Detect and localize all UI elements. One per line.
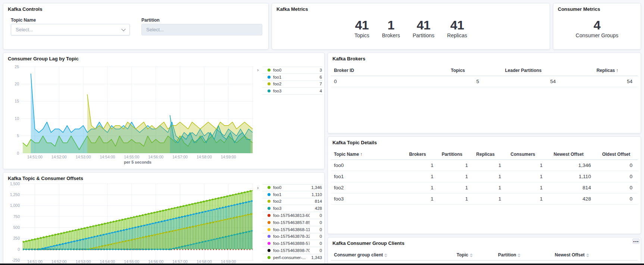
legend-item[interactable]: foo-1575463857-85...0 <box>262 219 323 226</box>
legend-expand-icon[interactable]: › <box>257 185 259 190</box>
kafka-metrics-panel: Kafka Metrics 41 Topics 1 Brokers 41 Par… <box>272 3 550 50</box>
consumer-clients-table: Consumer group client Topic Partition Ne… <box>331 249 638 265</box>
col-header-consumer-group-client[interactable]: Consumer group client <box>331 249 454 261</box>
metric-consumer-groups: 4 Consumer Groups <box>576 18 618 38</box>
col-header-broker-id[interactable]: Broker ID <box>331 65 408 76</box>
svg-text:250: 250 <box>13 236 20 240</box>
kafka-consumer-group-clients-panel: Kafka Consumer Group Clients ●●● Consume… <box>328 237 641 265</box>
col-header-newest-offset[interactable]: Newest Offset <box>552 249 638 261</box>
series-dot <box>268 89 271 92</box>
svg-text:14:58:00: 14:58:00 <box>197 155 212 159</box>
sort-carets-icon <box>384 253 387 257</box>
series-dot <box>268 193 271 196</box>
col-header-partitions[interactable]: Partitions <box>439 149 473 160</box>
brokers-table: Broker ID Topics Leader Partitions Repli… <box>331 65 638 87</box>
panel-title: Kafka Consumer Group Clients <box>332 240 404 246</box>
svg-text:14:56:00: 14:56:00 <box>148 155 163 159</box>
legend-item[interactable]: foo16 <box>262 74 323 81</box>
metric-topics: 41 Topics <box>354 18 369 38</box>
series-dot <box>268 76 271 79</box>
legend-item[interactable]: foo27 <box>262 81 323 88</box>
col-header-newest-offset[interactable]: Newest Offset <box>548 149 596 160</box>
series-dot <box>268 82 271 85</box>
sort-carets-icon <box>518 253 520 257</box>
consumer-metrics-panel: Consumer Metrics 4 Consumer Groups <box>553 3 641 50</box>
svg-text:14:53:00: 14:53:00 <box>76 155 91 159</box>
svg-text:10: 10 <box>15 116 19 121</box>
svg-text:20: 20 <box>15 82 19 86</box>
legend-item[interactable]: foo3428 <box>262 205 323 212</box>
col-header-topic-name[interactable]: Topic Name↑ <box>331 149 406 160</box>
legend-item[interactable]: foo-1575463898-70...0 <box>262 247 323 254</box>
lag-chart-panel: Consumer Group Lag by Topic 051015202514… <box>3 53 325 169</box>
legend-expand-icon[interactable]: › <box>257 67 259 73</box>
table-row: foo0 1 1 1 1 1,346 0 <box>331 160 638 171</box>
panel-title: Consumer Metrics <box>558 6 600 12</box>
svg-text:14:54:00: 14:54:00 <box>100 155 115 159</box>
series-dot <box>268 214 271 217</box>
kafka-topic-details-panel: Kafka Topic Details Topic Name↑ Brokers … <box>328 136 641 234</box>
legend-item[interactable]: foo11,110 <box>262 191 323 198</box>
svg-text:14:55:00: 14:55:00 <box>124 155 139 159</box>
series-dot <box>268 228 271 231</box>
partition-placeholder: Select... <box>146 27 257 32</box>
legend-item[interactable]: foo34 <box>262 88 323 95</box>
metric-partitions: 41 Partitions <box>413 18 434 38</box>
svg-text:per 5 seconds: per 5 seconds <box>124 160 151 164</box>
svg-text:14:57:00: 14:57:00 <box>172 155 188 159</box>
metric-row: 4 Consumer Groups <box>553 18 641 38</box>
legend-item[interactable]: foo-1575463888-57...0 <box>262 240 323 247</box>
offsets-chart-panel: Kafka Topic & Consumer Offsets -25002505… <box>3 172 325 265</box>
sort-carets-icon <box>470 253 473 257</box>
partition-label: Partition <box>141 18 160 23</box>
legend-item[interactable]: foo-1575463813-60...0 <box>262 212 323 219</box>
metric-brokers: 1 Brokers <box>382 18 400 38</box>
series-dot <box>268 256 271 259</box>
col-header-brokers[interactable]: Brokers <box>406 149 439 160</box>
svg-text:15: 15 <box>15 99 19 103</box>
series-dot <box>268 221 271 224</box>
series-dot <box>268 200 271 203</box>
col-header-replicas[interactable]: Replicas↑ <box>561 65 638 76</box>
legend-item[interactable]: foo01,346 <box>262 184 323 191</box>
legend-item[interactable]: foo2814 <box>262 198 323 205</box>
svg-text:14:59:00: 14:59:00 <box>221 155 236 159</box>
col-header-consumers[interactable]: Consumers <box>506 149 548 160</box>
panel-options-icon[interactable]: ●●● <box>632 239 640 244</box>
col-header-topic[interactable]: Topic <box>454 249 495 261</box>
legend-item[interactable]: perf-consumer-...1,343 <box>262 254 323 261</box>
offsets-legend: foo01,346 foo11,110 foo2814 foo3428 foo-… <box>262 184 323 261</box>
table-row: foo1 1 1 1 1 1,110 0 <box>331 171 638 182</box>
series-dot <box>268 186 271 189</box>
col-header-partition[interactable]: Partition <box>495 249 552 261</box>
series-dot <box>268 249 271 252</box>
bottom-edge-strip <box>0 264 644 265</box>
col-header-replicas[interactable]: Replicas <box>473 149 506 160</box>
partition-select[interactable]: Select... <box>141 24 262 35</box>
topic-name-select[interactable]: Select... <box>11 24 130 35</box>
svg-text:14:51:00: 14:51:00 <box>27 155 43 159</box>
series-dot <box>268 69 271 72</box>
col-header-oldest-offset[interactable]: Oldest Offset <box>596 149 638 160</box>
legend-item[interactable]: foo-1575463868-116...0 <box>262 226 323 233</box>
svg-text:14:52:00: 14:52:00 <box>51 155 67 159</box>
panel-title: Kafka Brokers <box>332 56 365 61</box>
sort-asc-icon: ↑ <box>360 152 362 157</box>
table-row: foo3 1 1 1 1 428 0 <box>331 193 638 205</box>
svg-text:25: 25 <box>15 64 19 69</box>
svg-text:1,000: 1,000 <box>10 203 20 208</box>
table-row: foo2 1 1 1 1 814 0 <box>331 182 638 193</box>
svg-text:0: 0 <box>18 247 20 252</box>
sort-asc-icon: ↑ <box>616 68 618 73</box>
col-header-topics[interactable]: Topics <box>408 65 485 76</box>
panel-title: Kafka Metrics <box>276 6 308 12</box>
svg-text:0: 0 <box>17 151 19 155</box>
col-header-leader-partitions[interactable]: Leader Partitions <box>484 65 561 76</box>
kafka-controls-panel: Kafka Controls Topic Name Select... Part… <box>3 3 269 50</box>
legend-item[interactable]: foo-1575463878-32...0 <box>262 233 323 240</box>
svg-text:-250: -250 <box>12 258 20 262</box>
svg-text:1,250: 1,250 <box>10 192 20 197</box>
lag-legend: foo03 foo16 foo27 foo34 <box>262 67 323 95</box>
metric-replicas: 41 Replicas <box>447 18 467 38</box>
legend-item[interactable]: foo03 <box>262 67 323 74</box>
